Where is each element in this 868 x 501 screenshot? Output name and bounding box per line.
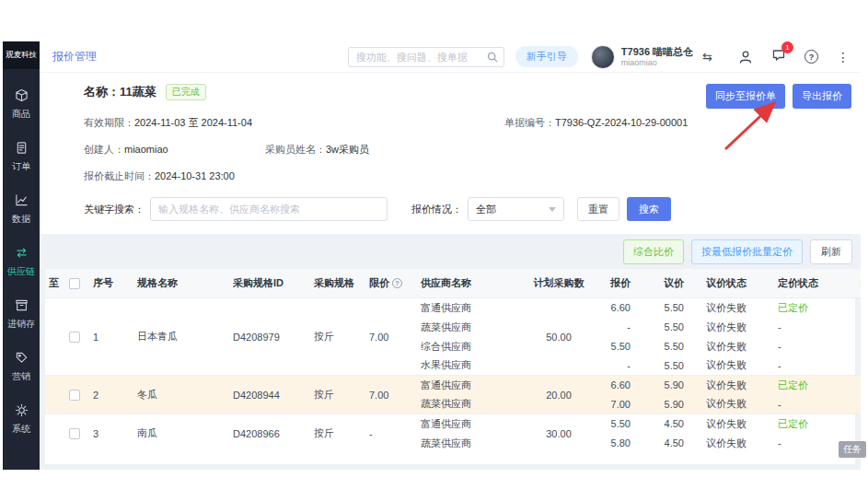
col-plan-qty: 计划采购数 xyxy=(522,269,596,298)
spec-id: D4208966 xyxy=(229,414,310,453)
reset-button[interactable]: 重置 xyxy=(577,197,619,221)
more-icon[interactable]: ⋮ xyxy=(837,50,850,64)
supplier-name: 富通供应商 xyxy=(417,298,522,318)
info-field-deadline: 报价截止时间：2024-10-31 23:00 xyxy=(84,169,850,183)
negotiate-status: 议价失败 xyxy=(702,318,774,337)
spec-id: D4208944 xyxy=(229,376,310,414)
pricing-status: - xyxy=(774,395,842,414)
inventory-icon xyxy=(15,298,29,314)
quote-status-value: 全部 xyxy=(476,203,496,216)
help-icon[interactable]: ? xyxy=(804,50,818,64)
supplier-row: 3南瓜D4208966按斤-富通供应商30.005.504.50议价失败已定价日… xyxy=(45,414,861,434)
sync-to-quote-button[interactable]: 同步至报价单 xyxy=(706,84,785,109)
search-button[interactable]: 搜索 xyxy=(627,197,671,221)
order-icon xyxy=(15,141,29,157)
pin-cell xyxy=(45,414,65,453)
account-menu[interactable]: T7936 喵喵总仓 miaomiao xyxy=(621,46,693,68)
info-field-buyer: 采购员姓名：3w采购员 xyxy=(265,143,850,157)
contact-icon[interactable] xyxy=(738,50,753,64)
purchase-spec: 按斤 xyxy=(310,376,365,414)
col-negotiated: 议价 xyxy=(649,269,702,298)
sidebar-item-data[interactable]: 数据 xyxy=(3,183,40,236)
row-index: 2 xyxy=(89,376,133,414)
negotiate-status: 议价失败 xyxy=(702,395,774,414)
main-area: 报价管理 新手引导 T7936 喵喵总仓 miaomiao ⇆ 1 xyxy=(40,41,861,470)
sidebar-item-label: 数据 xyxy=(12,213,30,226)
negotiate-status: 议价失败 xyxy=(702,434,774,453)
negotiate-status: 议价失败 xyxy=(702,356,774,376)
select-all-checkbox[interactable] xyxy=(69,278,80,289)
quote-status-select[interactable]: 全部 xyxy=(468,197,564,221)
col-purchase-spec: 采购规格 xyxy=(310,269,365,298)
negotiated-value: 5.50 xyxy=(649,356,702,376)
table-header: 至 序号 规格名称 采购规格ID 采购规格 限价 供应商名称 计划采购数 报价 xyxy=(45,269,861,298)
purchase-spec: 按斤 xyxy=(310,298,365,376)
tag-icon xyxy=(15,351,29,367)
sidebar-item-inventory[interactable]: 进销存 xyxy=(3,288,40,341)
quote-value: 6.60 xyxy=(596,376,649,395)
pin-cell xyxy=(45,298,65,376)
chevron-down-icon xyxy=(549,207,556,212)
sidebar-item-marketing[interactable]: 营销 xyxy=(3,341,40,393)
quote-value: - xyxy=(596,356,649,376)
quote-value: 6.60 xyxy=(596,298,649,318)
row-checkbox-cell xyxy=(65,298,89,376)
quotation-name: 11蔬菜 xyxy=(120,84,156,100)
avatar[interactable] xyxy=(591,45,615,69)
plan-qty: 30.00 xyxy=(522,414,596,453)
message-badge: 1 xyxy=(781,41,793,53)
sidebar-item-label: 营销 xyxy=(12,370,30,383)
supplier-name: 蔬菜供应商 xyxy=(417,395,522,414)
row-checkbox[interactable] xyxy=(69,332,80,343)
col-supplier-name: 供应商名称 xyxy=(417,269,522,298)
select-all-header xyxy=(65,269,89,298)
export-quote-button[interactable]: 导出报价 xyxy=(793,84,851,109)
negotiated-value: 5.50 xyxy=(649,318,702,337)
spec-id: D4208979 xyxy=(229,298,310,376)
filter-row: 关键字搜索： 报价情况： 全部 重置 搜索 xyxy=(84,197,850,221)
app-window: 观麦科技 商品 订单 数据 供应链 xyxy=(3,41,861,470)
spec-name: 冬瓜 xyxy=(133,376,229,414)
col-pricing-status: 定价状态 xyxy=(774,269,842,298)
sidebar-item-system[interactable]: 系统 xyxy=(3,393,40,446)
status-badge: 已完成 xyxy=(166,84,206,100)
account-subtitle: miaomiao xyxy=(621,58,693,68)
keyword-input[interactable] xyxy=(150,197,388,221)
plan-qty: 20.00 xyxy=(522,376,596,414)
purchase-spec: 按斤 xyxy=(310,414,365,453)
col-spec-id: 采购规格ID xyxy=(229,269,310,298)
negotiate-status: 议价失败 xyxy=(702,337,774,356)
pricing-status: 已定价 xyxy=(774,298,842,318)
quote-value: 5.50 xyxy=(596,414,649,434)
price-limit: - xyxy=(365,414,417,453)
sidebar-item-orders[interactable]: 订单 xyxy=(3,131,40,183)
plan-qty: 50.00 xyxy=(522,298,596,376)
sidebar-item-goods[interactable]: 商品 xyxy=(3,78,40,131)
info-field-doc-number: 单据编号：T7936-QZ-2024-10-29-00001 xyxy=(504,116,850,130)
search-icon[interactable] xyxy=(486,51,499,64)
page-title[interactable]: 报价管理 xyxy=(52,49,97,64)
row-checkbox[interactable] xyxy=(69,428,80,439)
supplier-name: 综合供应商 xyxy=(417,337,522,356)
global-search-input[interactable] xyxy=(348,47,504,67)
negotiated-value: 4.50 xyxy=(649,414,702,434)
row-checkbox[interactable] xyxy=(69,390,80,401)
refresh-button[interactable]: 刷新 xyxy=(810,239,852,264)
sidebar-item-supply-chain[interactable]: 供应链 xyxy=(3,236,40,288)
col-index: 序号 xyxy=(89,269,133,298)
content: 名称： 11蔬菜 已完成 同步至报价单 导出报价 有效期限：2024-11-03… xyxy=(40,73,861,470)
info-field-creator: 创建人：miaomiao xyxy=(84,143,265,157)
negotiate-status: 议价失败 xyxy=(702,298,774,318)
switch-account-icon[interactable]: ⇆ xyxy=(702,50,712,64)
message-icon[interactable]: 1 xyxy=(771,48,786,66)
batch-lowest-price-button[interactable]: 按最低报价批量定价 xyxy=(691,239,803,264)
quotation-summary-card: 名称： 11蔬菜 已完成 同步至报价单 导出报价 有效期限：2024-11-03… xyxy=(40,73,861,234)
guide-button[interactable]: 新手引导 xyxy=(515,46,578,67)
supplier-row: 2冬瓜D4208944按斤7.00富通供应商20.006.605.90议价失败已… xyxy=(45,376,861,395)
sidebar-item-label: 商品 xyxy=(12,108,30,121)
pin-column-header[interactable]: 至 xyxy=(45,269,65,298)
global-search xyxy=(348,47,504,67)
info-icon[interactable] xyxy=(392,278,402,288)
compare-prices-button[interactable]: 综合比价 xyxy=(623,239,684,264)
task-tag[interactable]: 任务 xyxy=(839,441,866,458)
